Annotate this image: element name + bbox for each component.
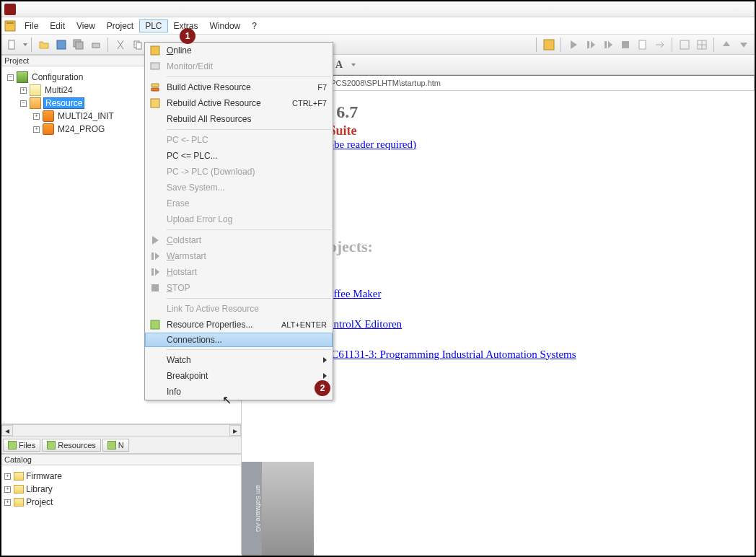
- expand-icon[interactable]: +: [4, 499, 11, 506]
- menu-project[interactable]: Project: [101, 19, 139, 32]
- menu-item-label: PC <- PLC: [165, 135, 327, 145]
- hot-icon: [145, 266, 165, 278]
- menu-item-label: Hotstart: [165, 267, 327, 277]
- expand-icon[interactable]: +: [33, 113, 40, 120]
- catalog-item[interactable]: Project: [26, 497, 53, 507]
- folder-icon: [14, 472, 24, 481]
- stop-button[interactable]: [617, 37, 633, 53]
- svg-rect-6: [92, 43, 100, 48]
- cut-button[interactable]: [113, 37, 128, 53]
- branding-text: am Software AG: [242, 462, 262, 556]
- menu-item-connections[interactable]: Connections...: [145, 333, 333, 347]
- open-folder-button[interactable]: [36, 37, 52, 53]
- menu-item-label: Link To Active Resource: [165, 304, 327, 314]
- copy-button[interactable]: [130, 37, 146, 53]
- svg-rect-10: [587, 41, 589, 48]
- svg-rect-5: [76, 42, 83, 49]
- expand-icon[interactable]: −: [7, 74, 14, 81]
- expand-icon[interactable]: +: [4, 486, 11, 493]
- build-icon: [145, 82, 165, 93]
- menu-item-watch[interactable]: Watch: [145, 352, 333, 368]
- menu-item-pc-plc-download: PC -> PLC (Download): [145, 164, 333, 180]
- svg-rect-24: [151, 268, 154, 276]
- menu-?[interactable]: ?: [246, 19, 263, 32]
- menu-item-label: Connections...: [165, 335, 327, 345]
- menu-item-breakpoint[interactable]: Breakpoint: [145, 368, 333, 384]
- svg-rect-9: [544, 40, 554, 50]
- menu-item-label: STOP: [165, 283, 327, 293]
- program-icon: [43, 110, 54, 122]
- menu-item-rebuild-active-resource[interactable]: Rebuild Active ResourceCTRL+F7: [145, 95, 333, 111]
- menu-item-stop: STOP: [145, 280, 333, 296]
- svg-rect-2: [9, 40, 14, 49]
- menu-item-label: Warmstart: [165, 251, 327, 261]
- goto-button[interactable]: [652, 37, 668, 53]
- menu-item-online[interactable]: Online: [145, 43, 333, 58]
- expand-icon[interactable]: +: [33, 126, 40, 133]
- sample-link[interactable]: IEC61131-3: Programming Industrial Autom…: [321, 348, 576, 361]
- svg-rect-11: [605, 41, 607, 48]
- stop-icon: [145, 282, 165, 294]
- save-button[interactable]: [53, 37, 69, 53]
- expand-icon[interactable]: +: [4, 473, 11, 480]
- shortcut: ALT+ENTER: [281, 320, 327, 329]
- menu-item-label: PC <= PLC...: [165, 151, 327, 161]
- tree-app[interactable]: Multi24: [43, 85, 74, 95]
- window-button[interactable]: [677, 37, 693, 53]
- scrollbar-horizontal[interactable]: ◂▸: [1, 424, 241, 436]
- catalog-tree[interactable]: +Firmware +Library +Project: [1, 465, 241, 554]
- expand-icon[interactable]: −: [20, 100, 27, 107]
- catalog-item[interactable]: Library: [26, 484, 53, 494]
- step-button[interactable]: [583, 37, 599, 53]
- menu-item-label: Online: [165, 45, 327, 56]
- tab-resources[interactable]: Resources: [42, 439, 101, 452]
- tab-files[interactable]: Files: [3, 439, 40, 452]
- save-all-button[interactable]: [71, 37, 87, 53]
- expand-icon[interactable]: +: [20, 87, 27, 94]
- plc-connect-button[interactable]: [541, 37, 557, 53]
- menu-plc[interactable]: PLC: [139, 19, 167, 32]
- svg-rect-1: [6, 22, 14, 24]
- submenu-arrow-icon: [323, 373, 327, 379]
- play-icon: [145, 234, 165, 246]
- tree-prog2[interactable]: M24_PROG: [56, 124, 106, 134]
- shortcut: CTRL+F7: [292, 99, 327, 108]
- menu-item-build-active-resource[interactable]: Build Active ResourceF7: [145, 79, 333, 95]
- step-over-button[interactable]: [600, 37, 616, 53]
- up-button[interactable]: [718, 37, 734, 53]
- down-button[interactable]: [736, 37, 752, 53]
- catalog-item[interactable]: Firmware: [26, 471, 62, 481]
- print-button[interactable]: [88, 37, 104, 53]
- menu-item-hotstart: Hotstart: [145, 264, 333, 280]
- grid-button[interactable]: [694, 37, 710, 53]
- tree-config[interactable]: Configuration: [30, 72, 84, 82]
- menu-window[interactable]: Window: [204, 19, 247, 32]
- menu-view[interactable]: View: [71, 19, 101, 32]
- menu-item-label: Monitor/Edit: [165, 61, 327, 71]
- menu-edit[interactable]: Edit: [44, 19, 71, 32]
- menu-item-resource-properties[interactable]: Resource Properties...ALT+ENTER: [145, 317, 333, 333]
- menu-item-info[interactable]: Info: [145, 384, 333, 400]
- sample-item: IEC61131-3: Programming Industrial Autom…: [295, 341, 737, 367]
- menu-item-rebuild-all-resources[interactable]: Rebuild All Resources: [145, 111, 333, 127]
- tree-resource[interactable]: Resource: [43, 97, 84, 109]
- svg-rect-3: [57, 40, 66, 49]
- sample-item: ControlX Editoren: [295, 311, 737, 337]
- cursor-icon: ↖: [222, 393, 232, 407]
- menu-item-pc-plc: PC <- PLC: [145, 132, 333, 148]
- run-button[interactable]: [566, 37, 581, 53]
- menu-item-label: Erase: [165, 198, 327, 209]
- tree-prog1[interactable]: MULTI24_INIT: [56, 111, 115, 121]
- doc-button[interactable]: [635, 37, 651, 53]
- menu-item-label: Upload Error Log: [165, 214, 327, 224]
- titlebar: [1, 1, 755, 17]
- tab-n[interactable]: N: [102, 439, 129, 452]
- props-icon: [145, 319, 165, 330]
- menu-item-label: Coldstart: [165, 235, 327, 245]
- svg-rect-25: [151, 284, 159, 291]
- menu-item-label: Watch: [165, 355, 323, 365]
- new-doc-button[interactable]: [4, 37, 20, 53]
- menu-file[interactable]: File: [19, 19, 44, 32]
- font-button[interactable]: A: [331, 57, 347, 73]
- menu-item-pc-plc[interactable]: PC <= PLC...: [145, 148, 333, 164]
